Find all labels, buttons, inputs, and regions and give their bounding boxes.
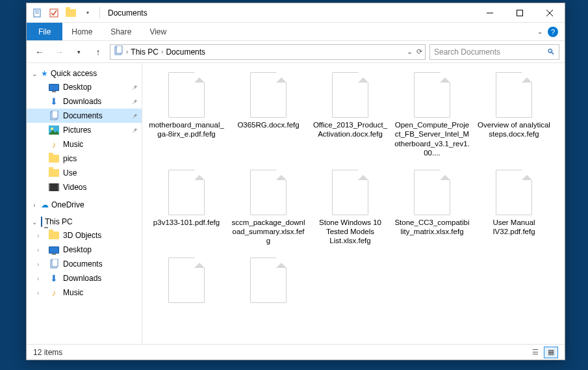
file-icon [332, 170, 368, 215]
breadcrumb-current[interactable]: Documents [166, 47, 205, 57]
pictures-icon [49, 125, 59, 135]
sidebar-item-documents[interactable]: ›Documents [27, 257, 142, 271]
svg-point-13 [51, 127, 53, 130]
expand-icon[interactable]: › [37, 232, 39, 239]
up-button[interactable]: ↑ [90, 44, 106, 60]
file-name-label: O365RG.docx.fefg [237, 120, 299, 129]
expand-icon[interactable]: › [37, 289, 39, 297]
folder-icon [49, 168, 59, 178]
expand-icon[interactable]: › [37, 261, 39, 268]
status-bar: 12 items ☰ ▦ [27, 344, 565, 360]
sidebar-item-desktop[interactable]: ›Desktop [27, 243, 142, 257]
svg-rect-5 [517, 10, 523, 16]
file-item[interactable]: motherboard_manual_ga-8irx_e.pdf.fefg [149, 72, 224, 158]
sidebar-item-pics[interactable]: pics [27, 152, 142, 166]
sidebar-item-documents[interactable]: Documents📌︎ [27, 109, 142, 123]
file-name-label: Office_2013_Product_Activation.docx.fefg [313, 120, 388, 139]
sidebar-item-downloads[interactable]: ⬇Downloads📌︎ [27, 94, 142, 109]
qat-checkbox-icon[interactable] [47, 7, 60, 20]
this-pc-icon [41, 217, 42, 226]
sidebar-item-label: Pictures [63, 126, 91, 135]
sidebar-item-downloads[interactable]: ›⬇Downloads [27, 271, 142, 285]
expand-icon[interactable]: › [31, 202, 38, 209]
file-view[interactable]: motherboard_manual_ga-8irx_e.pdf.fefgO36… [142, 63, 565, 344]
file-item[interactable]: User Manual IV32.pdf.fefg [476, 170, 552, 246]
sidebar-item-label: Documents [63, 111, 103, 120]
navigation-pane[interactable]: ⌄ ★ Quick access Desktop📌︎⬇Downloads📌︎Do… [27, 63, 142, 344]
file-icon [250, 170, 287, 215]
file-item[interactable]: p3v133-101.pdf.fefg [149, 170, 224, 246]
documents-icon [49, 111, 59, 121]
breadcrumb-root[interactable]: This PC [131, 47, 159, 57]
expand-icon[interactable]: › [37, 246, 39, 254]
back-button[interactable]: ← [32, 44, 47, 60]
folder-icon[interactable] [64, 7, 77, 20]
ribbon-tabs: File Home Share View ⌄ ? [27, 23, 565, 41]
file-item[interactable]: Open_Compute_Project_FB_Server_Intel_Mot… [394, 72, 470, 158]
tab-view[interactable]: View [140, 23, 175, 40]
window-title: Documents [105, 8, 475, 18]
qat-dropdown-icon[interactable]: ▾ [81, 7, 94, 20]
file-icon [250, 258, 287, 303]
file-item[interactable]: Stone_CC3_compatibility_matrix.xlsx.fefg [394, 170, 470, 246]
file-name-label: User Manual IV32.pdf.fefg [476, 218, 552, 237]
maximize-button[interactable] [505, 3, 535, 23]
onedrive-heading[interactable]: › ☁ OneDrive [27, 198, 142, 211]
ribbon-expand-icon[interactable]: ⌄ [537, 28, 543, 35]
sidebar-item-desktop[interactable]: Desktop📌︎ [27, 80, 142, 94]
svg-rect-16 [58, 183, 59, 191]
quick-access-heading[interactable]: ⌄ ★ Quick access [27, 67, 142, 80]
search-input[interactable]: Search Documents 🔍︎ [429, 44, 559, 60]
file-item[interactable]: sccm_package_download_summary.xlsx.fefg [231, 170, 306, 246]
address-dropdown-icon[interactable]: ⌄ [407, 47, 413, 56]
expand-icon[interactable]: › [37, 275, 39, 282]
explorer-window: ▾ Documents File Home Share View ⌄ ? ← →… [26, 3, 565, 360]
address-bar-row: ← → ▾ ↑ › This PC › Documents ⌄ ⟳ Search… [27, 41, 565, 63]
sidebar-item-3d-objects[interactable]: ›3D Objects [27, 228, 142, 243]
documents-icon [113, 46, 123, 58]
file-name-label: motherboard_manual_ga-8irx_e.pdf.fefg [149, 120, 224, 139]
sidebar-item-videos[interactable]: Videos [27, 180, 142, 194]
folder-icon [49, 244, 59, 255]
window-controls [475, 3, 565, 23]
sidebar-item-label: Videos [63, 183, 86, 192]
file-icon [414, 72, 450, 118]
sidebar-item-music[interactable]: ♪Music [27, 137, 142, 152]
chevron-right-icon[interactable]: › [161, 48, 163, 55]
this-pc-heading[interactable]: ⌄ This PC [27, 215, 142, 228]
sidebar-item-music[interactable]: ›♪Music [27, 285, 142, 300]
title-bar[interactable]: ▾ Documents [27, 3, 565, 23]
sidebar-item-label: Desktop [63, 83, 92, 92]
large-icons-view-button[interactable]: ▦ [544, 347, 558, 358]
file-item[interactable]: Office_2013_Product_Activation.docx.fefg [313, 72, 388, 158]
file-icon [168, 170, 205, 215]
minimize-button[interactable] [475, 3, 505, 23]
file-item[interactable] [231, 258, 306, 306]
folder-icon [49, 153, 59, 164]
forward-button[interactable]: → [51, 44, 67, 60]
help-icon[interactable]: ? [548, 27, 558, 37]
chevron-right-icon[interactable]: › [126, 48, 128, 55]
pin-icon: 📌︎ [131, 127, 138, 134]
collapse-icon[interactable]: ⌄ [31, 218, 38, 226]
file-item[interactable]: Overview of analytical steps.docx.fefg [476, 72, 552, 158]
file-icon [496, 72, 532, 118]
file-name-label: Stone Windows 10 Tested Models List.xlsx… [313, 218, 388, 246]
tab-share[interactable]: Share [101, 23, 140, 40]
properties-icon[interactable] [31, 7, 44, 20]
file-item[interactable]: Stone Windows 10 Tested Models List.xlsx… [313, 170, 388, 246]
file-tab[interactable]: File [27, 23, 62, 40]
file-name-label: p3v133-101.pdf.fefg [153, 218, 220, 227]
tab-home[interactable]: Home [62, 23, 101, 40]
collapse-icon[interactable]: ⌄ [31, 70, 38, 77]
details-view-button[interactable]: ☰ [528, 347, 543, 358]
svg-rect-9 [116, 46, 122, 53]
address-box[interactable]: › This PC › Documents ⌄ ⟳ [110, 44, 426, 60]
file-item[interactable]: O365RG.docx.fefg [231, 72, 306, 158]
sidebar-item-use[interactable]: Use [27, 166, 142, 180]
file-item[interactable] [149, 258, 224, 306]
recent-locations-button[interactable]: ▾ [71, 44, 86, 60]
sidebar-item-pictures[interactable]: Pictures📌︎ [27, 123, 142, 137]
close-button[interactable] [535, 3, 565, 23]
refresh-icon[interactable]: ⟳ [416, 47, 422, 56]
